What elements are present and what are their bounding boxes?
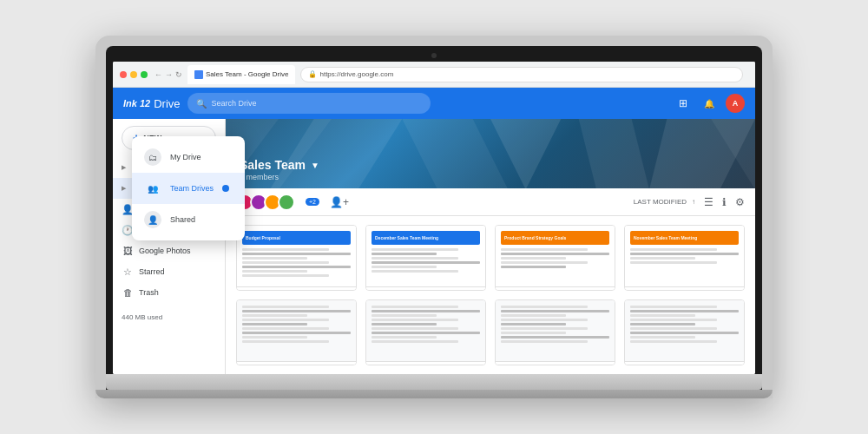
drive-label: Drive [154, 97, 180, 110]
apps-icon-btn[interactable]: ⊞ [674, 94, 693, 113]
close-btn[interactable] [120, 71, 127, 78]
dropdown-shared-icon: 👤 [144, 211, 161, 228]
notification-icon: 🔔 [704, 99, 714, 108]
dropdown-shared-label: Shared [170, 215, 195, 224]
laptop-base [106, 374, 762, 390]
logo-text: Ink 12 [123, 98, 150, 108]
screen: ← → ↻ Sales Team - Google Drive 🔒 https:… [113, 62, 755, 374]
tab-title: Sales Team - Google Drive [206, 70, 288, 78]
dropdown-item-my-drive[interactable]: 🗂 My Drive [132, 141, 245, 173]
url-text: https://drive.google.com [319, 70, 393, 78]
browser-nav: ← → ↻ [155, 70, 182, 79]
user-avatar[interactable]: A [726, 94, 745, 113]
apps-icon: ⊞ [679, 97, 687, 109]
browser-tab[interactable]: Sales Team - Google Drive [187, 65, 295, 84]
app-layout: Ink 12 Drive 🔍 Search Drive ⊞ 🔔 [113, 88, 755, 374]
reload-btn[interactable]: ↻ [175, 70, 182, 79]
camera [431, 53, 437, 58]
dropdown-team-drives-label: Team Drives [170, 184, 214, 193]
maximize-btn[interactable] [141, 71, 148, 78]
window-controls [120, 71, 148, 78]
notification-btn[interactable]: 🔔 [700, 94, 719, 113]
dropdown-team-drives-icon: 👥 [144, 180, 161, 197]
laptop-bottom [95, 390, 773, 398]
screen-bezel: ← → ↻ Sales Team - Google Drive 🔒 https:… [106, 46, 762, 390]
active-indicator [222, 185, 229, 192]
dropdown-my-drive-label: My Drive [170, 153, 201, 161]
search-icon: 🔍 [196, 99, 207, 108]
logo-area: Ink 12 Drive [123, 97, 181, 110]
dropdown-item-team-drives[interactable]: 👥 Team Drives [132, 173, 245, 204]
tab-favicon [194, 70, 203, 79]
search-bar[interactable]: 🔍 Search Drive [187, 93, 431, 114]
top-bar: Ink 12 Drive 🔍 Search Drive ⊞ 🔔 [113, 88, 755, 119]
dropdown-overlay: 🗂 My Drive 👥 Team Drives 👤 Shared [113, 119, 755, 374]
minimize-btn[interactable] [130, 71, 137, 78]
back-arrow[interactable]: ← [155, 70, 162, 79]
url-bar[interactable]: 🔒 https://drive.google.com [300, 67, 743, 82]
dropdown-item-shared[interactable]: 👤 Shared [132, 204, 245, 235]
lock-icon: 🔒 [308, 70, 317, 78]
topbar-right: ⊞ 🔔 A [674, 94, 745, 113]
search-placeholder: Search Drive [212, 99, 257, 108]
avatar-initial: A [733, 99, 739, 108]
dropdown-my-drive-icon: 🗂 [144, 148, 161, 166]
dropdown-menu: 🗂 My Drive 👥 Team Drives 👤 Shared [132, 136, 245, 240]
browser-chrome: ← → ↻ Sales Team - Google Drive 🔒 https:… [113, 62, 755, 88]
laptop-shell: ← → ↻ Sales Team - Google Drive 🔒 https:… [95, 36, 773, 398]
main-area: + NEW ▶ 🗂 My Drive ▶ 👥 Team Drives [113, 119, 755, 374]
forward-arrow[interactable]: → [165, 70, 173, 79]
